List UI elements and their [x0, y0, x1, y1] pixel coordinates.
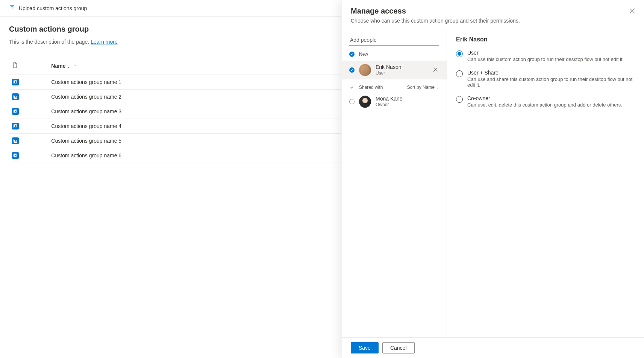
- people-list-pane: New Erik Nason User Shared with So: [342, 29, 447, 337]
- radio-icon[interactable]: [456, 50, 463, 57]
- permission-description: Can use and share this custom action gro…: [467, 76, 635, 88]
- row-name: Custom actions group name 6: [48, 148, 362, 163]
- avatar: [359, 96, 371, 108]
- row-name: Custom actions group name 2: [48, 90, 362, 104]
- permissions-pane: Erik Nason User Can use this custom acti…: [447, 29, 644, 337]
- group-icon: [12, 93, 19, 100]
- permission-label: User + Share: [467, 70, 635, 76]
- svg-rect-4: [14, 110, 17, 113]
- permission-label: User: [467, 50, 624, 56]
- manage-access-panel: Manage access Choose who can use this cu…: [341, 0, 644, 358]
- panel-header: Manage access Choose who can use this cu…: [342, 0, 644, 29]
- chevron-down-icon: ⌄: [436, 85, 439, 89]
- checkmark-icon: [349, 85, 355, 89]
- cancel-button[interactable]: Cancel: [382, 342, 415, 353]
- remove-person-icon[interactable]: [433, 67, 439, 73]
- chevron-down-icon: ⌄: [67, 64, 70, 69]
- svg-rect-0: [14, 81, 17, 84]
- person-name: Erik Nason: [376, 64, 429, 70]
- avatar: [359, 64, 371, 76]
- row-name: Custom actions group name 5: [48, 134, 362, 148]
- sort-arrow-icon: ↑: [74, 64, 76, 69]
- checkmark-icon: [349, 52, 355, 57]
- upload-link[interactable]: Upload custom actions group: [19, 5, 87, 11]
- group-icon: [12, 108, 19, 115]
- row-name: Custom actions group name 1: [48, 75, 362, 90]
- group-icon: [12, 123, 19, 129]
- group-icon: [12, 152, 19, 159]
- svg-rect-6: [14, 125, 17, 128]
- close-icon[interactable]: [630, 8, 635, 15]
- new-section-header[interactable]: New: [342, 46, 447, 61]
- panel-footer: Save Cancel: [342, 337, 644, 358]
- svg-rect-8: [14, 139, 17, 143]
- svg-rect-10: [14, 154, 17, 157]
- svg-rect-3: [15, 96, 17, 98]
- panel-title: Manage access: [351, 7, 635, 15]
- checkmark-icon: [349, 67, 355, 73]
- radio-icon[interactable]: [456, 96, 463, 103]
- person-name: Mona Kane: [376, 95, 439, 102]
- row-name: Custom actions group name 4: [48, 119, 362, 134]
- permission-description: Can use this custom action group to run …: [467, 56, 624, 62]
- person-row[interactable]: Mona Kane Owner: [342, 92, 447, 111]
- upload-icon: [9, 5, 15, 12]
- permission-option[interactable]: Co-owner Can use, edit, delete this cust…: [456, 95, 635, 108]
- row-name: Custom actions group name 3: [48, 104, 362, 119]
- permission-label: Co-owner: [467, 95, 622, 101]
- selected-person-name: Erik Nason: [456, 36, 635, 43]
- svg-rect-5: [15, 111, 17, 113]
- svg-rect-9: [15, 140, 17, 142]
- save-button[interactable]: Save: [351, 342, 379, 353]
- permission-option[interactable]: User + Share Can use and share this cust…: [456, 70, 635, 88]
- svg-rect-11: [15, 155, 17, 157]
- person-role: User: [376, 70, 429, 76]
- group-icon: [12, 79, 19, 85]
- permission-option[interactable]: User Can use this custom action group to…: [456, 50, 635, 62]
- radio-icon[interactable]: [456, 70, 463, 77]
- column-header-name[interactable]: Name⌄↑: [48, 58, 362, 75]
- svg-rect-2: [14, 95, 17, 99]
- permission-description: Can use, edit, delete this custom action…: [467, 102, 622, 108]
- panel-subtitle: Choose who can use this custom action gr…: [351, 18, 635, 24]
- person-role: Owner: [376, 102, 439, 108]
- svg-rect-1: [15, 81, 17, 83]
- column-header-icon[interactable]: [9, 58, 48, 75]
- group-icon: [12, 137, 19, 144]
- add-people-input[interactable]: [349, 35, 439, 46]
- radio-icon[interactable]: [349, 99, 355, 104]
- learn-more-link[interactable]: Learn more: [91, 39, 118, 45]
- sort-by-dropdown[interactable]: Sort by Name ⌄: [407, 85, 439, 90]
- shared-with-header: Shared with Sort by Name ⌄: [342, 79, 447, 92]
- person-row[interactable]: Erik Nason User: [342, 61, 447, 79]
- svg-rect-7: [15, 125, 17, 127]
